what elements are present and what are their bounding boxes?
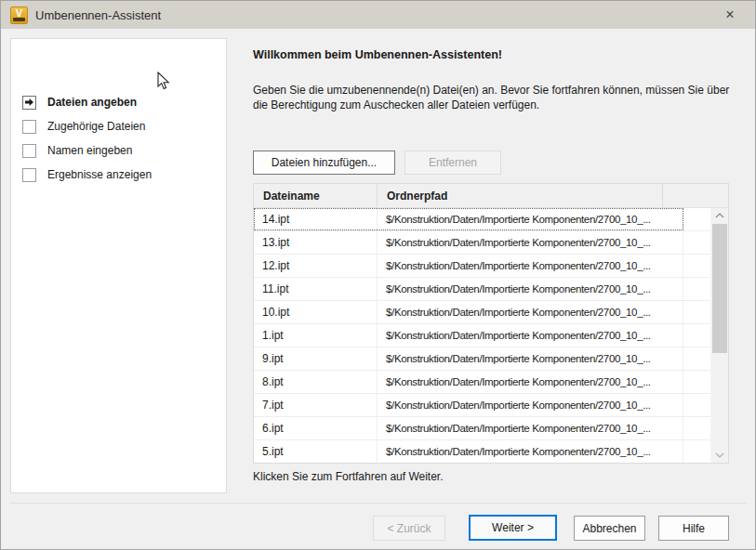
files-table: Dateiname Ordnerpfad 14.ipt$/Konstruktio…	[253, 183, 729, 464]
cancel-button[interactable]: Abbrechen	[574, 516, 645, 541]
scrollbar-thumb[interactable]	[712, 224, 727, 353]
step-checkbox-icon	[22, 168, 36, 182]
step-label: Namen eingeben	[47, 144, 132, 157]
row-main[interactable]: 9.ipt$/Konstruktion/Daten/Importierte Ko…	[254, 347, 683, 370]
file-name-cell: 9.ipt	[254, 347, 378, 370]
folder-path-cell: $/Konstruktion/Daten/Importierte Kompone…	[378, 440, 683, 463]
table-row[interactable]: 11.ipt$/Konstruktion/Daten/Importierte K…	[254, 278, 728, 301]
vault-app-icon: V	[10, 7, 28, 24]
step-checkbox-icon	[22, 144, 36, 158]
step-namen-eingeben: Namen eingeben	[22, 143, 132, 158]
file-name-cell: 8.ipt	[254, 371, 378, 393]
step-dateien-angeben: Dateien angeben	[22, 95, 137, 110]
add-files-button[interactable]: Dateien hinzufügen...	[253, 151, 395, 175]
wizard-steps-panel: Dateien angeben Zugehörige Dateien Namen…	[10, 38, 227, 493]
folder-path-cell: $/Konstruktion/Daten/Importierte Kompone…	[378, 278, 683, 300]
folder-path-cell: $/Konstruktion/Daten/Importierte Kompone…	[378, 255, 683, 277]
row-main[interactable]: 13.ipt$/Konstruktion/Daten/Importierte K…	[254, 231, 683, 254]
window-title: Umbenennen-Assistent	[35, 8, 161, 22]
cursor-icon	[157, 72, 170, 94]
file-name-cell: 14.ipt	[254, 208, 378, 230]
file-name-cell: 11.ipt	[254, 278, 378, 300]
table-row[interactable]: 8.ipt$/Konstruktion/Daten/Importierte Ko…	[254, 371, 728, 394]
row-main[interactable]: 11.ipt$/Konstruktion/Daten/Importierte K…	[254, 278, 683, 300]
table-row[interactable]: 6.ipt$/Konstruktion/Daten/Importierte Ko…	[254, 417, 728, 440]
folder-path-cell: $/Konstruktion/Daten/Importierte Kompone…	[378, 417, 683, 439]
back-button[interactable]: < Zurück	[373, 516, 445, 541]
folder-path-cell: $/Konstruktion/Daten/Importierte Kompone…	[378, 208, 683, 230]
file-name-cell: 12.ipt	[254, 255, 378, 277]
scrollbar-down-icon[interactable]	[711, 448, 728, 463]
file-name-cell: 13.ipt	[254, 231, 378, 254]
file-name-cell: 5.ipt	[254, 440, 378, 463]
step-ergebnisse-anzeigen: Ergebnisse anzeigen	[22, 167, 152, 182]
scrollbar-up-icon[interactable]	[711, 208, 728, 223]
step-zugehoerige-dateien: Zugehörige Dateien	[22, 119, 145, 134]
rename-wizard-dialog: V Umbenennen-Assistent × Dateien angeben…	[0, 0, 756, 550]
folder-path-cell: $/Konstruktion/Daten/Importierte Kompone…	[378, 394, 683, 416]
step-label: Ergebnisse anzeigen	[47, 168, 152, 181]
row-main[interactable]: 10.ipt$/Konstruktion/Daten/Importierte K…	[254, 301, 683, 323]
row-main[interactable]: 8.ipt$/Konstruktion/Daten/Importierte Ko…	[254, 371, 683, 393]
footer-divider	[10, 503, 747, 504]
close-icon[interactable]: ×	[716, 1, 744, 29]
file-name-cell: 6.ipt	[254, 417, 378, 439]
description-text: Geben Sie die umzubenennende(n) Datei(en…	[253, 83, 733, 112]
step-label: Zugehörige Dateien	[47, 120, 145, 133]
table-row[interactable]: 7.ipt$/Konstruktion/Daten/Importierte Ko…	[254, 394, 728, 417]
row-main[interactable]: 7.ipt$/Konstruktion/Daten/Importierte Ko…	[254, 394, 683, 416]
table-body: 14.ipt$/Konstruktion/Daten/Importierte K…	[254, 208, 728, 463]
file-name-cell: 1.ipt	[254, 324, 378, 347]
row-main[interactable]: 12.ipt$/Konstruktion/Daten/Importierte K…	[254, 255, 683, 277]
table-row[interactable]: 10.ipt$/Konstruktion/Daten/Importierte K…	[254, 301, 728, 324]
titlebar: V Umbenennen-Assistent ×	[1, 1, 755, 29]
table-row[interactable]: 5.ipt$/Konstruktion/Daten/Importierte Ko…	[254, 440, 728, 463]
column-header-empty	[663, 184, 728, 207]
file-name-cell: 7.ipt	[254, 394, 378, 416]
file-name-cell: 10.ipt	[254, 301, 378, 323]
folder-path-cell: $/Konstruktion/Daten/Importierte Kompone…	[378, 301, 683, 323]
step-checkbox-icon	[22, 120, 36, 134]
table-row[interactable]: 1.ipt$/Konstruktion/Daten/Importierte Ko…	[254, 324, 728, 347]
row-main[interactable]: 6.ipt$/Konstruktion/Daten/Importierte Ko…	[254, 417, 683, 439]
folder-path-cell: $/Konstruktion/Daten/Importierte Kompone…	[378, 347, 683, 370]
footer-hint: Klicken Sie zum Fortfahren auf Weiter.	[253, 470, 444, 483]
table-row[interactable]: 14.ipt$/Konstruktion/Daten/Importierte K…	[254, 208, 728, 231]
folder-path-cell: $/Konstruktion/Daten/Importierte Kompone…	[378, 324, 683, 347]
row-main[interactable]: 14.ipt$/Konstruktion/Daten/Importierte K…	[254, 208, 683, 230]
help-button[interactable]: Hilfe	[658, 516, 729, 541]
page-title: Willkommen beim Umbenennen-Assistenten!	[253, 48, 502, 61]
table-row[interactable]: 13.ipt$/Konstruktion/Daten/Importierte K…	[254, 231, 728, 255]
vertical-scrollbar[interactable]	[710, 208, 728, 463]
table-row[interactable]: 9.ipt$/Konstruktion/Daten/Importierte Ko…	[254, 347, 728, 371]
current-step-arrow-icon	[22, 96, 36, 110]
next-button[interactable]: Weiter >	[469, 515, 557, 541]
step-label: Dateien angeben	[47, 96, 137, 109]
table-header: Dateiname Ordnerpfad	[254, 184, 728, 208]
remove-button[interactable]: Entfernen	[405, 151, 501, 175]
folder-path-cell: $/Konstruktion/Daten/Importierte Kompone…	[378, 371, 683, 393]
folder-path-cell: $/Konstruktion/Daten/Importierte Kompone…	[378, 231, 683, 254]
row-main[interactable]: 5.ipt$/Konstruktion/Daten/Importierte Ko…	[254, 440, 683, 463]
column-header-ordnerpfad[interactable]: Ordnerpfad	[378, 184, 663, 207]
table-row[interactable]: 12.ipt$/Konstruktion/Daten/Importierte K…	[254, 255, 728, 278]
row-main[interactable]: 1.ipt$/Konstruktion/Daten/Importierte Ko…	[254, 324, 683, 347]
column-header-dateiname[interactable]: Dateiname	[254, 184, 378, 207]
